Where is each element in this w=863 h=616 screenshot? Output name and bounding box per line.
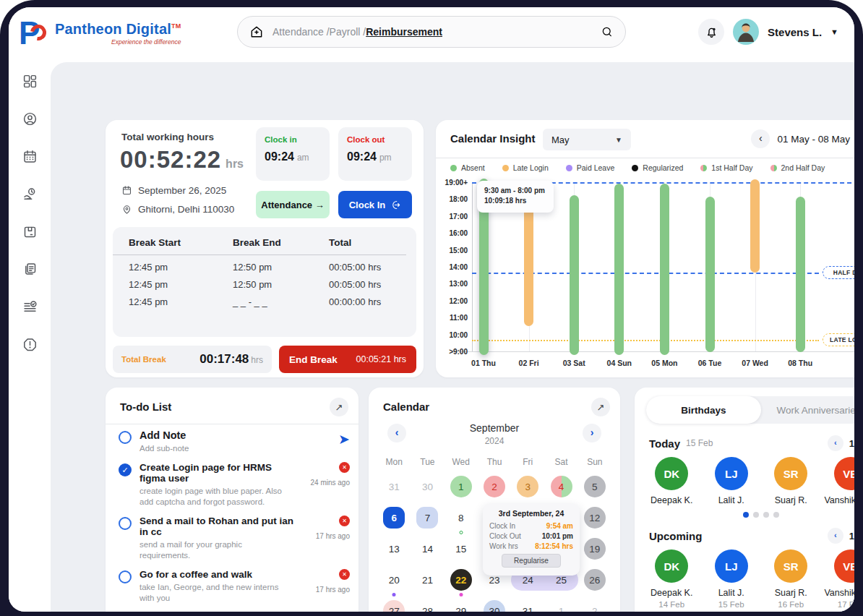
sidebar-item-calendar[interactable] xyxy=(9,137,51,175)
calendar-day[interactable]: 13 xyxy=(377,538,411,569)
calendar-day[interactable]: 3 xyxy=(511,476,544,507)
sidebar-item-dashboard[interactable] xyxy=(9,62,51,100)
todo-expand-button[interactable]: ↗ xyxy=(330,398,348,416)
calendar-day[interactable]: 2 xyxy=(478,476,511,507)
main-content: Total working hours 00:52:22hrs Septembe… xyxy=(51,62,854,612)
calendar-day[interactable]: 5 xyxy=(578,476,611,507)
upcoming-prev-button[interactable]: ‹ xyxy=(828,528,843,544)
work-hours-bar[interactable] xyxy=(705,197,715,352)
calendar-day[interactable]: 6 xyxy=(377,507,411,538)
calendar-day[interactable]: 2 xyxy=(578,600,611,612)
todo-checkbox[interactable] xyxy=(119,431,132,444)
x-axis-tick: 05 Mon xyxy=(642,359,687,367)
documents-icon xyxy=(22,262,38,277)
sidebar-item-package[interactable] xyxy=(9,213,51,250)
person-card[interactable]: SRSuarj R.16 Feb xyxy=(761,549,821,609)
legend-dot xyxy=(700,165,707,171)
work-hours-bar[interactable] xyxy=(570,195,579,355)
clock-in-box: Clock in 09:24am xyxy=(256,127,330,181)
person-card[interactable]: VBVanshikha B. xyxy=(821,457,855,505)
calendar-expand-button[interactable]: ↗ xyxy=(591,398,610,416)
user-name[interactable]: Stevens L. xyxy=(768,26,822,38)
calendar-day[interactable]: 26 xyxy=(578,569,611,600)
calendar-day[interactable]: 1 xyxy=(445,476,478,507)
todo-item-time: 17 hrs ago xyxy=(316,586,350,594)
calendar-day[interactable]: 8 xyxy=(445,507,478,538)
clock-out-label: Clock out xyxy=(347,135,403,144)
calendar-day[interactable]: 15 xyxy=(445,538,478,569)
sidebar-item-documents[interactable] xyxy=(9,250,51,288)
work-hours-bar[interactable] xyxy=(750,179,760,273)
search-icon[interactable] xyxy=(601,25,614,38)
pagination-dot[interactable] xyxy=(753,512,759,518)
work-hours-bar[interactable] xyxy=(524,182,533,326)
calendar-day[interactable]: 31 xyxy=(511,600,544,612)
calendar-day[interactable]: 28 xyxy=(411,600,444,612)
clock-in-button[interactable]: Clock In xyxy=(338,191,412,218)
sidebar-item-profile[interactable] xyxy=(9,100,51,137)
calendar-day[interactable]: 30 xyxy=(411,476,444,507)
work-hours-bar[interactable] xyxy=(796,197,805,352)
calendar-day[interactable]: 20 xyxy=(377,569,411,600)
person-card[interactable]: DKDeepak K. xyxy=(642,457,702,505)
pagination-dot[interactable] xyxy=(743,512,749,518)
work-hours-bar[interactable] xyxy=(614,184,624,354)
notifications-button[interactable] xyxy=(698,19,724,45)
tab-work-anniversaries[interactable]: Work Anniversaries xyxy=(761,396,854,424)
send-note-button[interactable]: ➤ xyxy=(338,431,350,448)
work-hours-bar[interactable] xyxy=(660,184,669,354)
person-avatar: SR xyxy=(774,457,807,490)
attendance-button[interactable]: Attendance → xyxy=(256,191,330,218)
person-card[interactable]: SRSuarj R. xyxy=(761,457,821,505)
calendar-day[interactable]: 27 xyxy=(377,600,411,612)
today-pagination-dots[interactable] xyxy=(635,512,854,518)
range-prev-button[interactable]: ‹ xyxy=(751,129,770,148)
regularise-button[interactable]: Regularise xyxy=(502,554,561,568)
sidebar-item-payroll-report[interactable] xyxy=(9,288,51,325)
calendar-day[interactable]: 12 xyxy=(578,507,611,538)
weekday-label: Fri xyxy=(511,457,544,467)
calendar-day[interactable]: 29 xyxy=(445,600,478,612)
late-login-pill: LATE LOGIN xyxy=(823,333,854,346)
calendar-day[interactable]: 7 xyxy=(411,507,444,538)
todo-checkbox[interactable] xyxy=(119,517,132,530)
package-icon xyxy=(22,224,38,239)
todo-item-main: Add NoteAdd sub-note xyxy=(139,429,296,454)
gridline xyxy=(755,182,756,351)
person-card[interactable]: DKDeepak K.14 Feb xyxy=(642,549,702,609)
gridline xyxy=(619,182,620,351)
month-dropdown[interactable]: May▼ xyxy=(543,129,631,150)
brand-logo[interactable]: P Pantheon DigitalTM Experience the diff… xyxy=(19,16,181,51)
calendar-day[interactable]: 14 xyxy=(411,538,444,569)
delete-todo-button[interactable]: ✕ xyxy=(339,462,350,473)
todo-checkbox[interactable]: ✓ xyxy=(119,463,132,476)
person-card[interactable]: VBVanshikha B.17 Feb xyxy=(821,549,855,609)
person-card[interactable]: LJLalit J.15 Feb xyxy=(702,549,762,609)
calendar-day[interactable]: 1 xyxy=(544,600,578,612)
break-cell: 00:05:00 hrs xyxy=(329,262,416,273)
end-break-button[interactable]: End Break 00:05:21 hrs xyxy=(279,346,416,373)
tab-birthdays[interactable]: Birthdays xyxy=(646,396,761,424)
reference-line xyxy=(472,273,819,274)
calendar-day[interactable]: 19 xyxy=(578,538,611,569)
person-card[interactable]: LJLalit J. xyxy=(702,457,762,505)
today-prev-button[interactable]: ‹ xyxy=(828,435,843,451)
user-avatar[interactable] xyxy=(733,19,759,45)
search-bar[interactable]: Attendance /Payroll /Reimbursement xyxy=(237,16,626,48)
calendar-day[interactable]: 22 xyxy=(445,569,478,600)
chevron-down-icon[interactable]: ▼ xyxy=(830,27,838,36)
delete-todo-button[interactable]: ✕ xyxy=(339,569,350,580)
sidebar-item-leave-request[interactable] xyxy=(9,175,51,213)
work-hours-bar[interactable] xyxy=(479,179,489,355)
sidebar-item-alert[interactable] xyxy=(9,325,51,363)
calendar-next-button[interactable]: › xyxy=(583,424,601,442)
calendar-day[interactable]: 31 xyxy=(377,476,411,507)
calendar-day[interactable]: 30 xyxy=(478,600,511,612)
pagination-dot[interactable] xyxy=(763,512,769,518)
todo-checkbox[interactable] xyxy=(119,570,132,583)
calendar-day[interactable]: 4 xyxy=(544,476,578,507)
pagination-dot[interactable] xyxy=(773,512,779,518)
break-cell: 12:45 pm xyxy=(129,262,233,273)
calendar-day[interactable]: 21 xyxy=(411,569,444,600)
delete-todo-button[interactable]: ✕ xyxy=(339,516,350,526)
